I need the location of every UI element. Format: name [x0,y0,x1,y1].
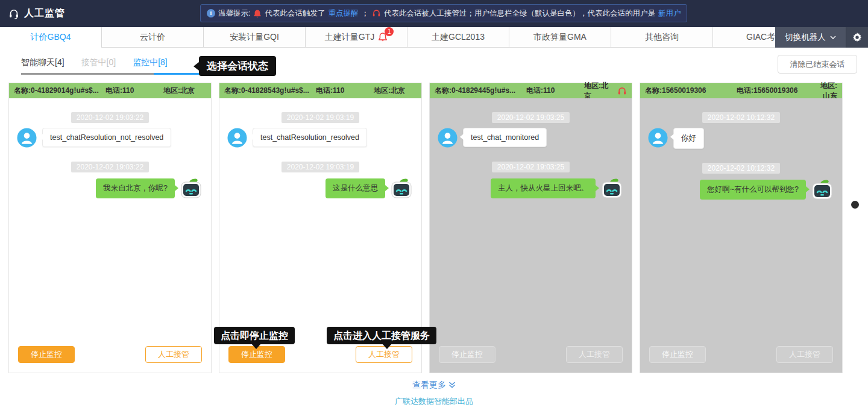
robot-switcher-dropdown[interactable]: 切换机器人 [775,27,846,48]
tip-prefix: 温馨提示: [218,8,250,19]
page-title: 人工监管 [24,7,65,20]
user-phone: 电话:110 [105,86,161,96]
footer-credit: 广联达数据智能部出品 [0,396,868,407]
user-name: 名称:15650019306 [645,86,734,96]
user-message: 你好 [673,128,704,149]
alert-bell-icon: 1 [378,32,388,42]
session-card: 名称:0-41829014g!u#s$... 电话:110 地区:北京 2020… [8,83,212,373]
session-state-bar: 智能聊天[4] 接管中[0] 监控中[8] 清除已结束会话 [0,48,868,81]
stop-monitoring-button[interactable]: 停止监控 [649,346,706,363]
session-card: 名称:15650019306 电话:15650019306 地区:山东 2020… [640,83,843,373]
headset-logo-icon [8,8,19,19]
robot-avatar [179,177,203,199]
callout-arrow-down [251,344,261,349]
chat-transcript: 2020-12-02 10:12:32 你好 2020-12-02 10:12:… [640,98,842,346]
user-avatar [227,128,247,148]
tip-banner: i 温馨提示: 代表此会话触发了 重点提醒 ； 代表此会话被人工接管过；用户信息… [200,4,687,22]
robot-tab-bar: 计价GBQ4 云计价 安装计量GQI 土建计量GTJ 1 土建GCL2013 市… [0,27,868,48]
user-region: 地区:北京 [374,86,417,96]
user-message: test_chat_monitored [463,128,547,147]
stop-monitoring-button[interactable]: 停止监控 [18,346,75,363]
timestamp: 2020-12-02 10:12:32 [702,112,780,123]
taken-over-headset-icon [617,87,627,95]
tip-link-highlight[interactable]: 重点提醒 [328,8,358,19]
session-tab-underline [21,73,154,75]
user-info-bar: 名称:0-41829014g!u#s$... 电话:110 地区:北京 [9,83,211,98]
user-avatar [438,128,458,148]
card-actions: 停止监控 人工接管 [640,346,842,373]
user-name: 名称:0-41829445g!u#s... [435,86,524,96]
tip-link-newuser[interactable]: 新用户 [658,8,681,19]
manual-takeover-button[interactable]: 人工接管 [145,346,202,363]
tab-gqi[interactable]: 安装计量GQI [204,27,306,48]
timestamp: 2020-12-02 19:03:22 [71,112,149,123]
floating-drag-dot[interactable] [851,201,859,209]
chat-transcript: 2020-12-02 19:03:25 test_chat_monitored … [430,98,632,346]
user-region: 地区:北京 [163,86,206,96]
user-phone: 电话:15650019306 [737,86,815,96]
session-tabs: 智能聊天[4] 接管中[0] 监控中[8] [21,57,168,74]
tab-gcl2013[interactable]: 土建GCL2013 [407,27,509,48]
annotation-stop-monitoring: 点击即停止监控 [214,327,295,344]
tab-label: 计价GBQ4 [31,32,71,43]
tab-label: 云计价 [140,32,165,43]
manual-takeover-button[interactable]: 人工接管 [566,346,623,363]
view-more-link[interactable]: 查看更多 [0,380,868,391]
tab-label: 市政算量GMA [533,32,587,43]
user-phone: 电话:110 [316,86,371,96]
session-tab-monitoring[interactable]: 监控中[8] [133,57,168,74]
user-message: test_chatResolution_resolved [253,128,367,147]
tab-label: 其他咨询 [645,32,679,43]
session-tab-smart-chat[interactable]: 智能聊天[4] [21,57,64,74]
timestamp: 2020-12-02 10:12:32 [702,163,780,174]
robot-avatar [600,177,624,199]
tab-gtj[interactable]: 土建计量GTJ 1 [306,27,407,48]
timestamp: 2020-12-02 19:03:19 [281,112,359,123]
gear-icon [852,33,862,42]
view-more-label: 查看更多 [412,380,446,389]
robot-switcher-label: 切换机器人 [785,32,826,43]
card-actions: 停止监控 人工接管 [430,346,632,373]
tip-text-1: 代表此会话触发了 [265,8,325,19]
tip-separator: ； [361,8,369,19]
session-tab-taken-over[interactable]: 接管中[0] [81,57,116,74]
timestamp: 2020-12-02 19:03:25 [492,162,570,172]
tab-label: 安装计量GQI [230,32,279,43]
chat-transcript: 2020-12-02 19:03:19 test_chatResolution_… [219,98,421,346]
card-actions: 停止监控 人工接管 [9,346,211,373]
chevron-down-icon [830,36,836,39]
bot-message: 主人，快从火星上回来吧。 [491,178,596,198]
tab-cloud-pricing[interactable]: 云计价 [102,27,204,48]
settings-gear-button[interactable] [846,27,868,48]
bell-icon [253,9,262,18]
user-name: 名称:0-41829014g!u#s$... [14,86,103,96]
robot-avatar [810,178,834,200]
timestamp: 2020-12-02 19:03:22 [71,162,149,172]
headset-alert-icon [372,9,381,17]
app-header: 人工监管 i 温馨提示: 代表此会话触发了 重点提醒 ； 代表此会话被人工接管过… [0,0,868,27]
manual-takeover-button[interactable]: 人工接管 [776,346,833,363]
user-phone: 电话:110 [526,86,582,96]
timestamp: 2020-12-02 19:03:25 [492,112,570,123]
bot-message: 这是什么意思 [326,178,385,198]
user-info-bar: 名称:15650019306 电话:15650019306 地区:山东 [640,83,842,98]
tab-gma[interactable]: 市政算量GMA [509,27,611,48]
user-avatar [648,128,668,148]
user-name: 名称:0-41828543g!u#s$... [224,86,313,96]
alert-badge: 1 [385,27,394,36]
double-chevron-down-icon [448,382,456,388]
annotation-text: 点击进入人工接管服务 [333,330,430,341]
tab-gbq4[interactable]: 计价GBQ4 [0,27,102,48]
user-info-bar: 名称:0-41829445g!u#s... 电话:110 地区:北京 [430,83,632,98]
tab-other[interactable]: 其他咨询 [611,27,713,48]
bot-message: 您好啊~有什么可以帮到您? [700,180,806,200]
tab-label: 土建计量GTJ [325,32,374,43]
app-title: 人工监管 [8,7,65,20]
info-icon: i [207,9,215,17]
callout-arrow-left [193,62,199,71]
annotation-select-session-state: 选择会话状态 [199,56,276,76]
clear-ended-sessions-button[interactable]: 清除已结束会话 [778,55,857,74]
stop-monitoring-button[interactable]: 停止监控 [439,346,495,363]
card-actions: 停止监控 人工接管 [219,346,421,373]
user-message: test_chatResolution_not_resolved [42,128,171,147]
